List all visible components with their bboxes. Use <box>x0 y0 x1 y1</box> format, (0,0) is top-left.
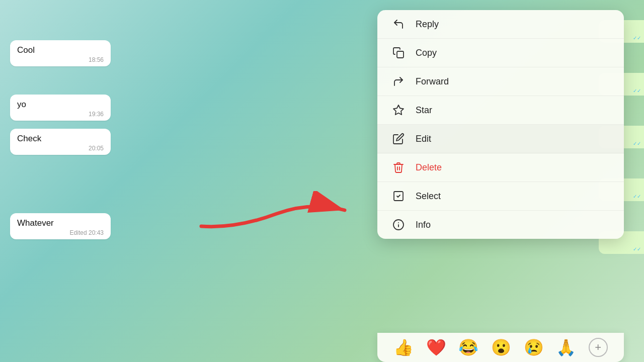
message-yo-text: yo <box>17 100 104 110</box>
delete-icon <box>391 160 406 174</box>
menu-copy-label: Copy <box>416 48 437 58</box>
menu-delete-label: Delete <box>416 162 442 173</box>
menu-info-label: Info <box>416 220 431 230</box>
message-cool[interactable]: Cool 18:56 <box>10 40 111 66</box>
emoji-heart[interactable]: ❤️ <box>426 338 446 357</box>
menu-edit-label: Edit <box>416 134 431 144</box>
message-cool-text: Cool <box>17 45 104 55</box>
menu-item-edit[interactable]: Edit <box>377 125 624 153</box>
menu-star-label: Star <box>416 105 432 116</box>
emoji-pray[interactable]: 🙏 <box>556 338 576 357</box>
menu-forward-label: Forward <box>416 76 449 87</box>
emoji-laughing[interactable]: 😂 <box>458 338 478 357</box>
message-check-time: 20:05 <box>89 145 104 152</box>
svg-marker-2 <box>393 105 404 115</box>
message-check[interactable]: Check 20:05 <box>10 129 111 155</box>
copy-icon <box>391 46 406 60</box>
message-yo[interactable]: yo 19:36 <box>10 95 111 121</box>
star-icon <box>391 103 406 117</box>
forward-icon <box>391 74 406 88</box>
svg-rect-1 <box>397 51 404 58</box>
menu-reply-label: Reply <box>416 19 439 30</box>
chat-area: Cool 18:56 yo 19:36 Check 20:05 Whatever… <box>0 0 352 362</box>
menu-item-copy[interactable]: Copy <box>377 39 624 67</box>
menu-item-delete[interactable]: Delete <box>377 153 624 182</box>
emoji-more-button[interactable]: + <box>589 338 608 357</box>
edit-icon <box>391 132 406 146</box>
message-whatever-text: Whatever <box>17 218 104 228</box>
menu-item-star[interactable]: Star <box>377 96 624 125</box>
menu-select-label: Select <box>416 191 441 202</box>
emoji-crying[interactable]: 😢 <box>524 338 544 357</box>
context-menu: Reply Copy Forward Star Edit Delete <box>377 10 624 239</box>
select-icon <box>391 189 406 203</box>
info-icon <box>391 218 406 232</box>
message-check-text: Check <box>17 134 104 144</box>
message-yo-time: 19:36 <box>89 111 104 118</box>
menu-item-forward[interactable]: Forward <box>377 67 624 96</box>
menu-item-reply[interactable]: Reply <box>377 10 624 39</box>
emoji-reaction-bar: 👍 ❤️ 😂 😮 😢 🙏 + <box>377 333 624 362</box>
message-whatever[interactable]: Whatever Edited 20:43 <box>10 213 111 239</box>
menu-item-select[interactable]: Select <box>377 182 624 211</box>
message-whatever-time: Edited 20:43 <box>70 229 104 236</box>
message-cool-time: 18:56 <box>89 56 104 63</box>
reply-icon <box>391 17 406 31</box>
emoji-thumbsup[interactable]: 👍 <box>393 338 414 357</box>
menu-item-info[interactable]: Info <box>377 211 624 239</box>
emoji-surprised[interactable]: 😮 <box>491 338 511 357</box>
